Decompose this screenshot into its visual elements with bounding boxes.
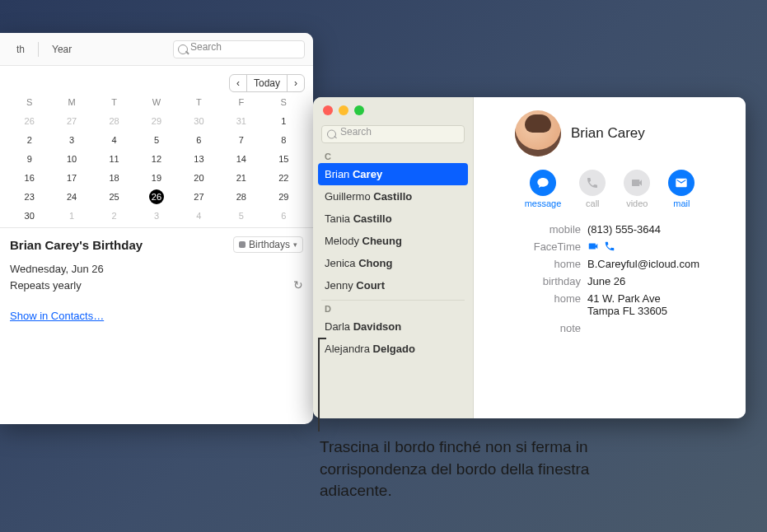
contacts-list: CBrian CareyGuillermo CastilloTania Cast… <box>313 150 473 360</box>
calendar-day[interactable]: 6 <box>263 208 305 223</box>
dow-header: W <box>135 97 177 110</box>
calendar-day[interactable]: 21 <box>220 170 262 185</box>
event-panel: Brian Carey's Birthday Birthdays ▾ Wedne… <box>0 227 313 424</box>
calendar-day[interactable]: 15 <box>263 152 305 166</box>
calendar-day[interactable]: 4 <box>178 208 220 223</box>
message-button[interactable]: message <box>525 170 562 208</box>
action-row: message call video mail <box>490 170 729 208</box>
contact-item[interactable]: Guillermo Castillo <box>313 185 473 208</box>
field-note: note <box>490 322 729 334</box>
mobile-value[interactable]: (813) 555-3644 <box>587 223 729 236</box>
contact-detail: Brian Carey message call video <box>474 97 746 418</box>
message-icon <box>530 170 556 196</box>
calendar-day[interactable]: 16 <box>8 170 50 185</box>
contact-item[interactable]: Melody Cheung <box>313 230 473 252</box>
avatar <box>515 110 561 156</box>
calendar-day[interactable]: 18 <box>93 170 135 185</box>
calendar-day[interactable]: 10 <box>50 152 92 166</box>
facetime-value[interactable] <box>587 240 729 253</box>
calendar-search-input[interactable]: Search <box>173 40 305 58</box>
calendar-day[interactable]: 25 <box>93 189 135 204</box>
calendar-day[interactable]: 13 <box>178 152 220 166</box>
calendar-day[interactable]: 12 <box>135 152 177 166</box>
calendar-day[interactable]: 3 <box>135 208 177 223</box>
calendar-day[interactable]: 28 <box>93 114 135 128</box>
mobile-label: mobile <box>490 223 581 236</box>
section-divider <box>321 300 465 301</box>
event-title: Brian Carey's Birthday <box>10 238 227 252</box>
home-email-value[interactable]: B.Careyful@icloud.com <box>587 258 729 270</box>
close-window-button[interactable] <box>323 105 333 115</box>
calendar-day[interactable]: 28 <box>220 189 262 204</box>
calendar-day[interactable]: 4 <box>93 133 135 147</box>
mail-button[interactable]: mail <box>668 170 695 208</box>
calendar-day[interactable]: 9 <box>8 152 50 166</box>
video-label: video <box>626 198 648 208</box>
today-button[interactable]: Today <box>247 75 287 91</box>
calendar-select[interactable]: Birthdays ▾ <box>233 236 303 253</box>
calendar-color-dot <box>239 241 246 248</box>
contacts-search-input[interactable]: Search <box>321 125 465 143</box>
calendar-day[interactable]: 23 <box>8 189 50 204</box>
calendar-day[interactable]: 31 <box>220 114 262 128</box>
zoom-window-button[interactable] <box>354 105 364 115</box>
contacts-sidebar: Search CBrian CareyGuillermo CastilloTan… <box>313 97 474 418</box>
calendar-day[interactable]: 2 <box>93 208 135 223</box>
event-date: Wednesday, Jun 26 <box>10 263 303 275</box>
view-year-button[interactable]: Year <box>44 41 80 58</box>
call-button[interactable]: call <box>579 170 606 208</box>
calendar-day[interactable]: 1 <box>50 208 92 223</box>
calendar-day[interactable]: 26 <box>149 189 164 204</box>
calendar-day[interactable]: 11 <box>93 152 135 166</box>
dow-header: M <box>50 97 92 110</box>
birthday-label: birthday <box>490 275 581 287</box>
calendar-day[interactable]: 30 <box>8 208 50 223</box>
calendar-day[interactable]: 20 <box>178 170 220 185</box>
calendar-toolbar: th Year Search <box>0 33 313 66</box>
home-email-label: home <box>490 258 581 270</box>
note-label: note <box>490 322 581 334</box>
calendar-day[interactable]: 26 <box>8 114 50 128</box>
video-icon <box>587 240 599 252</box>
calendar-day[interactable]: 24 <box>50 189 92 204</box>
next-period-button[interactable]: › <box>288 75 304 91</box>
calendar-day[interactable]: 5 <box>220 208 262 223</box>
calendar-day[interactable]: 27 <box>178 189 220 204</box>
field-mobile: mobile (813) 555-3644 <box>490 223 729 236</box>
calendar-day[interactable]: 30 <box>178 114 220 128</box>
show-in-contacts-link[interactable]: Show in Contacts… <box>10 310 303 322</box>
contact-item[interactable]: Jenica Chong <box>313 252 473 274</box>
toolbar-divider <box>38 42 39 57</box>
calendar-day[interactable]: 19 <box>135 170 177 185</box>
calendar-day[interactable]: 1 <box>263 114 305 128</box>
calendar-day[interactable]: 3 <box>50 133 92 147</box>
minimize-window-button[interactable] <box>339 105 348 115</box>
callout-text: Trascina il bordo finché non si ferma in… <box>320 436 666 502</box>
calendar-day[interactable]: 27 <box>50 114 92 128</box>
home-addr-value[interactable]: 41 W. Park Ave Tampa FL 33605 <box>587 292 729 317</box>
calendar-select-label: Birthdays <box>249 239 290 250</box>
phone-icon <box>604 240 615 252</box>
calendar-day[interactable]: 29 <box>135 114 177 128</box>
video-button[interactable]: video <box>624 170 650 208</box>
calendar-day[interactable]: 22 <box>263 170 305 185</box>
prev-period-button[interactable]: ‹ <box>230 75 246 91</box>
contact-item[interactable]: Alejandra Delgado <box>313 338 473 360</box>
calendar-day[interactable]: 8 <box>263 133 305 147</box>
contact-item[interactable]: Brian Carey <box>318 163 468 185</box>
calendar-day[interactable]: 6 <box>178 133 220 147</box>
calendar-day[interactable]: 5 <box>135 133 177 147</box>
note-value[interactable] <box>587 322 729 334</box>
view-th-button[interactable]: th <box>8 41 33 58</box>
calendar-day[interactable]: 2 <box>8 133 50 147</box>
calendar-day[interactable]: 17 <box>50 170 92 185</box>
calendar-day[interactable]: 7 <box>220 133 262 147</box>
dow-header: T <box>178 97 220 110</box>
mini-calendar: ‹ Today › SMTWTFS26272829303112345678910… <box>0 66 313 227</box>
calendar-day[interactable]: 14 <box>220 152 262 166</box>
calendar-day[interactable]: 29 <box>263 189 305 204</box>
contact-item[interactable]: Darla Davidson <box>313 315 473 338</box>
contact-item[interactable]: Tania Castillo <box>313 208 473 230</box>
contact-item[interactable]: Jenny Court <box>313 274 473 296</box>
home-addr-label: home <box>490 292 581 317</box>
